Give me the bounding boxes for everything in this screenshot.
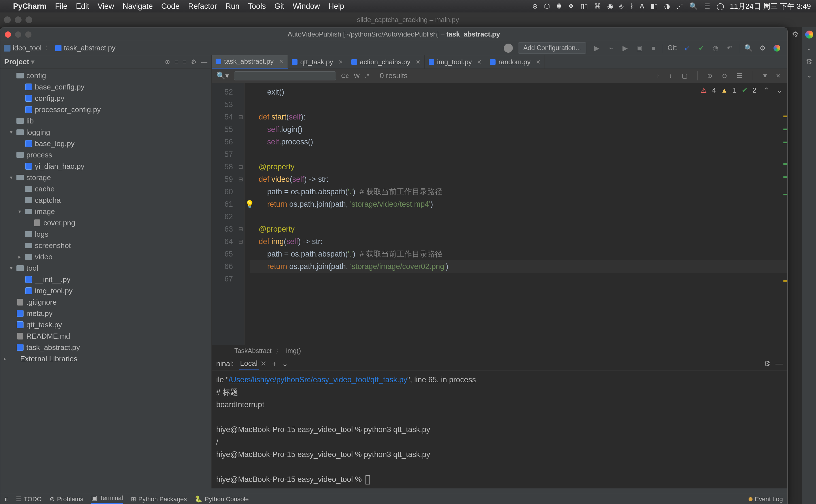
tool-python-console[interactable]: 🐍 Python Console [195,496,248,503]
new-session-icon[interactable]: ＋ [270,359,278,369]
wifi-icon[interactable]: ⋰ [676,2,683,10]
history-icon[interactable]: ◔ [711,44,720,52]
tree-pyfile[interactable]: config.py [0,93,211,104]
select-all-icon[interactable]: ▢ [682,72,688,80]
close-tab-icon[interactable]: ✕ [416,59,421,65]
tree-file[interactable]: .gitignore [0,296,211,308]
menu-tools[interactable]: Tools [248,2,266,11]
debug-icon[interactable]: ⌁ [607,44,615,52]
menubar-clock[interactable]: 11月24日 周三 下午 3:49 [730,1,811,11]
menu-refactor[interactable]: Refactor [188,2,217,11]
input-icon[interactable]: A [640,2,644,10]
tray-icon[interactable]: ▯▯ [581,2,588,10]
tree-folder[interactable]: screenshot [0,240,211,251]
words-icon[interactable]: W [354,72,360,80]
add-configuration-button[interactable]: Add Configuration... [518,42,586,54]
tree-pyfile[interactable]: yi_dian_hao.py [0,161,211,172]
hide-icon[interactable]: — [201,58,207,66]
ide-logo-icon[interactable] [773,44,781,52]
tree-folder[interactable]: lib [0,115,211,127]
control-center-icon[interactable]: ☰ [704,2,710,10]
traffic-lights[interactable] [5,31,31,38]
chevron-down-icon[interactable]: ▾ [31,57,35,66]
fold-gutter[interactable]: ⊟⊟⊟⊟⊟ [237,83,244,345]
profile-icon[interactable]: ▣ [635,44,644,52]
tree-folder[interactable]: ▾storage [0,172,211,183]
close-tab-icon[interactable]: ✕ [477,59,482,65]
menu-view[interactable]: View [98,2,114,11]
menu-help[interactable]: Help [328,2,344,11]
tree-pyfile[interactable]: qtt_task.py [0,319,211,330]
gear-icon[interactable]: ⚙ [805,57,813,66]
menu-edit[interactable]: Edit [76,2,89,11]
breadcrumb[interactable]: ideo_tool 〉 task_abstract.py [4,43,116,53]
add-selection-icon[interactable]: ⊕ [707,72,712,80]
menu-run[interactable]: Run [225,2,240,11]
tray-icon[interactable]: ⊕ [532,2,538,10]
tree-pyfile[interactable]: base_log.py [0,138,211,149]
editor-tab[interactable]: action_chains.py✕ [347,55,425,69]
run-icon[interactable]: ▶ [593,44,601,52]
tree-folder[interactable]: cache [0,183,211,195]
expand-all-icon[interactable]: ≡ [174,58,178,66]
tool-git[interactable]: it [5,496,8,503]
editor-breadcrumbs[interactable]: TaskAbstract 〉 img() [212,345,787,357]
search-icon[interactable]: 🔍▾ [216,71,229,80]
prev-match-icon[interactable]: ↑ [656,72,659,80]
zoom-icon[interactable] [25,31,31,38]
remove-selection-icon[interactable]: ⊖ [722,72,727,80]
select-all-occurrences-icon[interactable]: ☰ [737,72,742,80]
battery-icon[interactable]: ▮▯ [651,2,658,10]
select-opened-file-icon[interactable]: ⊕ [165,58,170,66]
tree-pyfile[interactable]: task_abstract.py [0,342,211,353]
chevron-down-icon[interactable]: ⌄ [805,71,813,79]
tree-file[interactable]: README.md [0,330,211,342]
tree-pyfile[interactable]: meta.py [0,308,211,319]
tray-icon[interactable]: ⬡ [544,2,550,10]
chevron-down-icon[interactable]: ⌄ [805,44,813,52]
tree-folder[interactable]: ▾tool [0,262,211,274]
tray-icon[interactable]: ⎋ [619,2,623,10]
close-tab-icon[interactable]: ✕ [536,59,541,65]
coverage-icon[interactable]: ▶ [621,44,629,52]
collapse-all-icon[interactable]: ≡ [183,58,186,66]
tray-icon[interactable]: ✱ [556,2,562,10]
breadcrumb-file[interactable]: task_abstract.py [64,44,115,52]
menu-file[interactable]: File [55,2,68,11]
commit-icon[interactable]: ✔ [697,44,706,52]
hide-icon[interactable]: — [775,359,783,368]
error-stripe[interactable] [783,111,787,328]
tree-folder[interactable]: config [0,70,211,81]
search-everywhere-icon[interactable]: 🔍 [744,44,753,52]
chevron-down-icon[interactable]: ⌄ [282,359,288,368]
tray-icon[interactable]: ◑ [664,2,670,10]
tree-pyfile[interactable]: base_config.py [0,81,211,93]
update-project-icon[interactable]: ↙ [683,44,691,52]
editor-tab[interactable]: task_abstract.py✕ [212,55,288,69]
stop-icon[interactable]: ■ [649,44,658,52]
project-title[interactable]: Project [4,57,29,66]
rollback-icon[interactable]: ↶ [725,44,734,52]
tree-folder[interactable]: ▾logging [0,127,211,138]
close-tab-icon[interactable]: ✕ [338,59,343,65]
avatar-icon[interactable] [504,44,513,53]
menu-code[interactable]: Code [161,2,180,11]
tree-folder[interactable]: process [0,149,211,161]
terminal-output[interactable]: ile "/Users/lishiye/pythonSrc/easy_video… [212,371,787,488]
tree-pyfile[interactable]: __init__.py [0,274,211,285]
tool-python-packages[interactable]: ⊞ Python Packages [131,496,187,503]
tree-ext[interactable]: ▸External Libraries [0,353,211,364]
terminal-tab-local[interactable]: Local [239,357,259,370]
breadcrumb-folder[interactable]: ideo_tool [13,44,41,52]
intention-bulb-icon[interactable]: 💡 [245,198,254,210]
tree-pyfile[interactable]: img_tool.py [0,285,211,296]
tree-folder[interactable]: ▸video [0,251,211,262]
tool-problems[interactable]: ⊘ Problems [50,496,83,503]
tree-pyfile[interactable]: processor_config.py [0,104,211,115]
search-icon[interactable]: 🔍 [689,2,698,10]
find-input[interactable] [234,71,336,80]
tree-file[interactable]: cover.png [0,217,211,228]
close-icon[interactable]: ✕ [775,72,781,80]
project-tree[interactable]: configbase_config.pyconfig.pyprocessor_c… [0,69,211,488]
tree-folder[interactable]: captcha [0,195,211,206]
